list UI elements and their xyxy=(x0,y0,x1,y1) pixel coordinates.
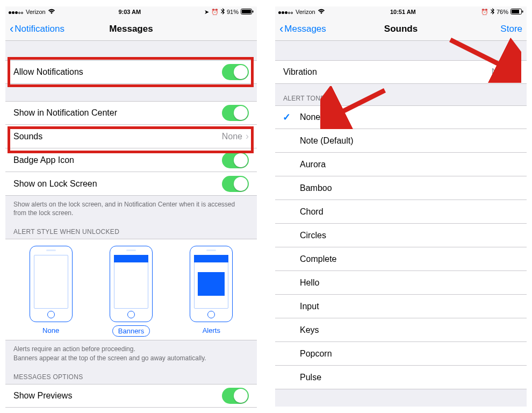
toggle-on-icon[interactable] xyxy=(222,176,249,192)
footer-note-lock: Show alerts on the lock screen, and in N… xyxy=(5,196,257,220)
status-bar: Verizon 9:03 AM ➤ ⏰ 91% xyxy=(5,6,257,17)
checkmark-icon: ✓ xyxy=(283,111,291,123)
tone-row[interactable]: Bamboo xyxy=(275,176,527,200)
nav-bar: ‹ Notifications Messages xyxy=(5,17,257,41)
chevron-left-icon: ‹ xyxy=(10,23,13,35)
tone-label: Complete xyxy=(300,254,336,264)
chevron-right-icon: › xyxy=(515,67,519,78)
carrier-label: Verizon xyxy=(296,9,315,15)
phone-outline-icon xyxy=(30,246,73,322)
tone-label: Circles xyxy=(300,231,326,240)
tone-row[interactable]: Hello xyxy=(275,271,527,295)
spacer xyxy=(5,41,257,60)
battery-pct: 91% xyxy=(227,9,239,15)
footer-note-alerts: Alerts require an action before proceedi… xyxy=(5,340,257,365)
row-sounds[interactable]: Sounds None › xyxy=(5,125,257,148)
row-show-in-nc[interactable]: Show in Notification Center xyxy=(5,101,257,125)
row-label: Allow Notifications xyxy=(13,67,83,77)
tone-row[interactable]: Pulse xyxy=(275,366,527,389)
nav-bar: ‹ Messages Sounds Store xyxy=(275,17,527,41)
svg-rect-1 xyxy=(242,10,251,13)
row-label: Badge App Icon xyxy=(13,155,74,165)
spacer xyxy=(275,41,527,60)
tone-row[interactable]: Input xyxy=(275,295,527,318)
bluetooth-icon xyxy=(491,8,494,16)
back-button[interactable]: ‹ Notifications xyxy=(10,23,64,35)
battery-icon xyxy=(511,9,523,16)
alert-style-alerts[interactable]: Alerts xyxy=(190,246,233,337)
row-label: Show Previews xyxy=(13,391,72,401)
svg-rect-4 xyxy=(512,10,519,13)
alert-style-label: Banners xyxy=(112,325,150,337)
row-label: Show on Lock Screen xyxy=(13,179,97,189)
row-vibration[interactable]: Vibration None › xyxy=(275,60,527,84)
row-badge-app-icon[interactable]: Badge App Icon xyxy=(5,148,257,172)
phone-outline-icon xyxy=(190,246,233,322)
status-time: 9:03 AM xyxy=(118,9,141,15)
status-bar: Verizon 10:51 AM ⏰ 76% xyxy=(275,6,527,17)
chevron-left-icon: ‹ xyxy=(279,23,283,35)
store-button[interactable]: Store xyxy=(500,24,522,34)
tone-label: Pulse xyxy=(300,373,321,382)
toggle-on-icon[interactable] xyxy=(222,388,249,404)
tone-row[interactable]: Circles xyxy=(275,224,527,247)
tone-label: Bamboo xyxy=(300,183,332,193)
toggle-on-icon[interactable] xyxy=(222,152,249,168)
row-label: Sounds xyxy=(13,132,42,141)
bluetooth-icon xyxy=(221,8,225,16)
tone-label: Chord xyxy=(300,207,323,217)
tone-label: Note (Default) xyxy=(300,136,354,146)
chevron-right-icon: › xyxy=(246,131,249,142)
row-label: Show in Notification Center xyxy=(13,108,117,118)
tone-label: None xyxy=(300,112,320,122)
tone-row[interactable]: Aurora xyxy=(275,153,527,176)
header-alert-style: ALERT STYLE WHEN UNLOCKED xyxy=(5,220,257,239)
alert-style-banners[interactable]: Banners xyxy=(110,246,153,337)
row-label: Vibration xyxy=(283,67,317,77)
tone-row[interactable]: Chord xyxy=(275,200,527,224)
alarm-icon: ⏰ xyxy=(481,9,488,16)
tone-label: Keys xyxy=(300,325,319,335)
alert-style-row: None Banners Alerts xyxy=(5,239,257,340)
battery-pct: 76% xyxy=(497,9,508,15)
signal-dots-icon xyxy=(278,9,293,15)
location-icon: ➤ xyxy=(204,9,209,16)
status-time: 10:51 AM xyxy=(390,9,416,15)
header-alert-tones: ALERT TONES xyxy=(275,84,527,105)
row-value: None xyxy=(222,132,242,141)
alarm-icon: ⏰ xyxy=(211,9,219,16)
alert-style-label: None xyxy=(37,325,64,336)
wifi-icon xyxy=(48,9,55,15)
battery-icon xyxy=(241,9,254,16)
row-value: None xyxy=(492,67,512,77)
row-show-previews[interactable]: Show Previews xyxy=(5,384,257,408)
svg-rect-2 xyxy=(252,10,253,12)
tone-label: Hello xyxy=(300,278,319,288)
tone-row[interactable]: ✓None xyxy=(275,105,527,129)
tone-label: Popcorn xyxy=(300,349,332,359)
right-screenshot: Verizon 10:51 AM ⏰ 76% ‹ Messages Sounds… xyxy=(275,6,527,407)
tone-row[interactable]: Complete xyxy=(275,247,527,271)
toggle-on-icon[interactable] xyxy=(222,64,249,80)
tone-row[interactable]: Popcorn xyxy=(275,342,527,366)
back-button[interactable]: ‹ Messages xyxy=(279,23,326,35)
carrier-label: Verizon xyxy=(26,9,46,15)
back-label: Messages xyxy=(284,24,326,34)
back-label: Notifications xyxy=(15,24,64,34)
signal-dots-icon xyxy=(9,9,24,15)
tone-label: Aurora xyxy=(300,160,326,169)
tone-row[interactable]: Keys xyxy=(275,318,527,342)
row-allow-notifications[interactable]: Allow Notifications xyxy=(5,60,257,84)
phone-outline-icon xyxy=(110,246,153,322)
alert-style-none[interactable]: None xyxy=(30,246,73,337)
wifi-icon xyxy=(318,9,325,15)
header-messages-options: MESSAGES OPTIONS xyxy=(5,366,257,384)
tone-row[interactable]: Note (Default) xyxy=(275,129,527,153)
tones-list: ✓NoneNote (Default)AuroraBambooChordCirc… xyxy=(275,105,527,389)
tone-label: Input xyxy=(300,302,319,311)
spacer xyxy=(5,84,257,101)
left-screenshot: Verizon 9:03 AM ➤ ⏰ 91% ‹ Notifications … xyxy=(5,6,257,407)
toggle-on-icon[interactable] xyxy=(222,105,249,121)
alert-style-label: Alerts xyxy=(197,325,226,336)
row-show-on-lock[interactable]: Show on Lock Screen xyxy=(5,172,257,196)
